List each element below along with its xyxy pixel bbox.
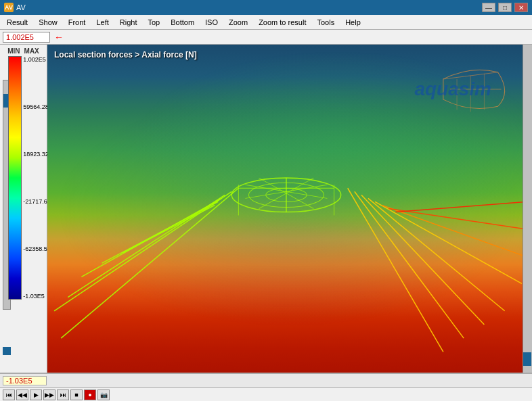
arrow-indicator: ← — [54, 32, 64, 43]
max-value-display: 1.002E5 — [3, 32, 50, 43]
menu-tools[interactable]: Tools — [311, 17, 340, 28]
fast-forward-button[interactable]: ▶▶ — [43, 390, 56, 400]
timeline-area: ⏮ ◀◀ ▶ ▶▶ ⏭ ■ ● 📷 0 5 10 15 20 25 — [0, 387, 532, 401]
svg-line-7 — [355, 191, 464, 338]
right-scroll-thumb[interactable] — [523, 352, 531, 366]
bottom-bar: -1.03E5 — [0, 373, 532, 387]
skip-forward-button[interactable]: ⏭ — [57, 390, 69, 400]
stop-button[interactable]: ■ — [70, 390, 83, 400]
svg-line-5 — [123, 205, 215, 253]
maximize-button[interactable]: □ — [498, 3, 512, 12]
max-label: MAX — [24, 47, 39, 55]
menu-show[interactable]: Show — [33, 17, 63, 28]
svg-line-8 — [361, 195, 485, 325]
menu-zoom[interactable]: Zoom — [223, 17, 253, 28]
right-scrollbar[interactable] — [523, 45, 532, 373]
menu-zoom-result[interactable]: Zoom to result — [253, 17, 311, 28]
svg-line-1 — [54, 191, 231, 310]
scale-val-2: 18923.32 — [23, 151, 51, 158]
camera-button[interactable]: 📷 — [97, 390, 110, 400]
window-controls: — □ ✕ — [482, 3, 528, 12]
scale-val-5: -1.03E5 — [23, 293, 51, 300]
window-title: AV — [16, 3, 26, 11]
menu-iso[interactable]: ISO — [200, 17, 223, 28]
close-button[interactable]: ✕ — [514, 3, 528, 12]
menu-top[interactable]: Top — [142, 17, 165, 28]
transport-controls: ⏮ ◀◀ ▶ ▶▶ ⏭ ■ ● 📷 — [0, 388, 532, 401]
min-max-labels: MIN MAX — [7, 47, 39, 55]
left-scroll-bottom-thumb[interactable] — [3, 347, 11, 355]
minimize-button[interactable]: — — [482, 3, 495, 12]
svg-line-13 — [395, 202, 525, 212]
aquasim-logo: aquasim — [414, 78, 491, 100]
left-panel: MIN MAX 1.002E5 59564.28 18923.32 -21717… — [0, 45, 47, 373]
menu-front[interactable]: Front — [63, 17, 91, 28]
main-area: MIN MAX 1.002E5 59564.28 18923.32 -21717… — [0, 45, 532, 373]
title-bar: AV AV — □ ✕ — [0, 0, 532, 15]
menu-bar: Result Show Front Left Right Top Bottom … — [0, 15, 532, 30]
scale-values: 1.002E5 59564.28 18923.32 -21717.63 -623… — [23, 56, 51, 300]
menu-left[interactable]: Left — [91, 17, 114, 28]
viewport[interactable]: Local section forces > Axial force [N] a… — [47, 45, 532, 373]
scale-val-1: 59564.28 — [23, 103, 51, 110]
rewind-button[interactable]: ◀◀ — [16, 390, 28, 400]
svg-line-0 — [61, 188, 238, 338]
scale-val-4: -62358.59 — [23, 245, 51, 252]
svg-line-10 — [375, 202, 522, 283]
svg-line-11 — [382, 205, 525, 256]
scale-val-3: -21717.63 — [23, 198, 51, 205]
toolbar: 1.002E5 ← — [0, 30, 532, 45]
min-value-display: -1.03E5 — [3, 376, 47, 385]
menu-right[interactable]: Right — [114, 17, 143, 28]
color-scale — [8, 56, 22, 300]
min-label: MIN — [7, 47, 20, 55]
scale-val-0: 1.002E5 — [23, 56, 51, 63]
play-button[interactable]: ▶ — [30, 390, 42, 400]
app-icon: AV — [4, 3, 14, 12]
menu-help[interactable]: Help — [340, 17, 366, 28]
skip-back-button[interactable]: ⏮ — [3, 390, 15, 400]
record-button[interactable]: ● — [84, 390, 96, 400]
viewport-label: Local section forces > Axial force [N] — [54, 50, 197, 60]
menu-result[interactable]: Result — [1, 17, 33, 28]
svg-line-12 — [389, 209, 525, 229]
menu-bottom[interactable]: Bottom — [165, 17, 200, 28]
